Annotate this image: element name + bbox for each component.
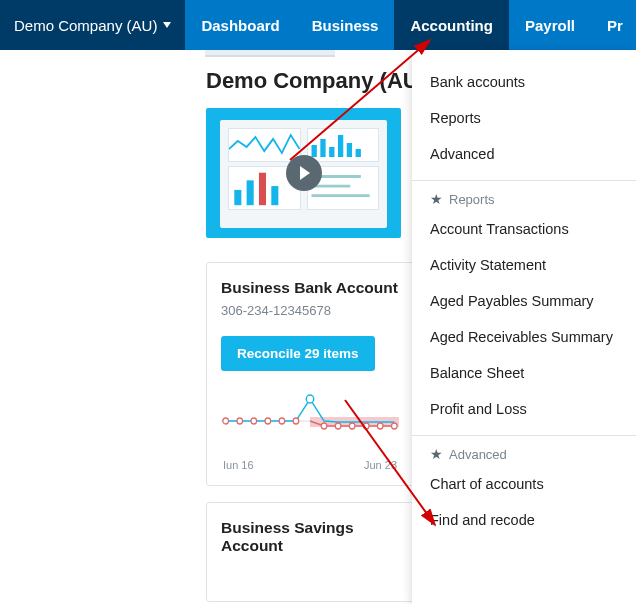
intro-video-card[interactable]: [206, 108, 401, 238]
card-title: Business Bank Account: [221, 279, 399, 297]
company-switcher[interactable]: Demo Company (AU): [0, 0, 185, 50]
svg-rect-5: [355, 149, 360, 157]
svg-point-16: [237, 418, 243, 424]
company-name: Demo Company (AU): [14, 17, 157, 34]
svg-point-24: [363, 423, 369, 429]
play-icon[interactable]: [286, 155, 322, 191]
menu-advanced[interactable]: Advanced: [412, 136, 636, 172]
svg-point-22: [335, 423, 341, 429]
reconcile-button[interactable]: Reconcile 29 items: [221, 336, 375, 371]
star-icon: ★: [430, 191, 443, 207]
svg-rect-4: [346, 143, 351, 157]
menu-reports[interactable]: Reports: [412, 100, 636, 136]
nav-accounting[interactable]: Accounting: [394, 0, 509, 50]
svg-point-19: [279, 418, 285, 424]
menu-chart-of-accounts[interactable]: Chart of accounts: [412, 466, 636, 502]
axis-tick: Iun 16: [223, 459, 254, 471]
bank-account-card: Business Bank Account 306-234-12345678 R…: [206, 262, 414, 486]
svg-rect-3: [337, 135, 342, 157]
nav-projects-truncated[interactable]: Pr: [591, 0, 636, 50]
menu-separator: [412, 435, 636, 436]
svg-point-25: [377, 423, 383, 429]
svg-rect-7: [247, 180, 254, 205]
menu-find-recode[interactable]: Find and recode: [412, 502, 636, 538]
star-icon: ★: [430, 446, 443, 462]
nav-dashboard[interactable]: Dashboard: [185, 0, 295, 50]
nav-business[interactable]: Business: [296, 0, 395, 50]
svg-point-18: [265, 418, 271, 424]
card-title: Business Savings Account: [221, 519, 399, 555]
menu-balance-sheet[interactable]: Balance Sheet: [412, 355, 636, 391]
sparkline-axis: Iun 16 Jun 23: [221, 453, 399, 471]
svg-rect-6: [234, 190, 241, 205]
mini-chart: [228, 128, 301, 162]
svg-point-20: [293, 418, 299, 424]
menu-section-advanced: ★ Advanced: [412, 438, 636, 466]
section-label: Advanced: [449, 447, 507, 462]
mini-chart: [307, 128, 380, 162]
svg-point-26: [392, 423, 398, 429]
top-navbar: Demo Company (AU) Dashboard Business Acc…: [0, 0, 636, 50]
menu-section-reports: ★ Reports: [412, 183, 636, 211]
menu-activity-statement[interactable]: Activity Statement: [412, 247, 636, 283]
menu-profit-loss[interactable]: Profit and Loss: [412, 391, 636, 427]
account-sparkline: [221, 393, 399, 453]
menu-separator: [412, 180, 636, 181]
chevron-down-icon: [163, 22, 171, 28]
axis-tick: Jun 23: [364, 459, 397, 471]
menu-aged-receivables[interactable]: Aged Receivables Summary: [412, 319, 636, 355]
menu-account-transactions[interactable]: Account Transactions: [412, 211, 636, 247]
svg-rect-9: [271, 186, 278, 205]
svg-point-23: [349, 423, 355, 429]
svg-point-17: [251, 418, 257, 424]
menu-bank-accounts[interactable]: Bank accounts: [412, 64, 636, 100]
accounting-menu: Bank accounts Reports Advanced ★ Reports…: [412, 50, 636, 604]
svg-rect-1: [320, 139, 325, 157]
menu-aged-payables[interactable]: Aged Payables Summary: [412, 283, 636, 319]
svg-rect-8: [259, 173, 266, 205]
nav-payroll[interactable]: Payroll: [509, 0, 591, 50]
section-label: Reports: [449, 192, 495, 207]
svg-point-21: [321, 423, 327, 429]
svg-point-27: [306, 395, 313, 403]
svg-rect-2: [329, 147, 334, 157]
account-number: 306-234-12345678: [221, 303, 399, 318]
svg-point-15: [223, 418, 229, 424]
svg-rect-0: [311, 145, 316, 157]
savings-account-card: Business Savings Account: [206, 502, 414, 602]
